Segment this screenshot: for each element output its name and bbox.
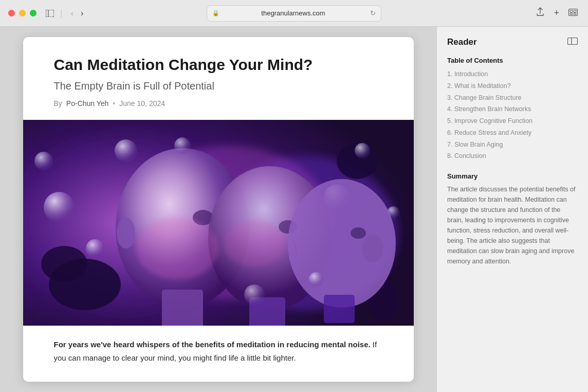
reload-button[interactable]: ↻	[370, 9, 376, 17]
svg-rect-5	[570, 13, 573, 14]
toc-item-4[interactable]: 4. Strengthen Brain Networks	[447, 103, 578, 115]
byline-prefix: By	[54, 99, 62, 108]
article-byline: By Po-Chun Yeh • June 10, 2024	[54, 99, 383, 108]
new-tab-button[interactable]: +	[552, 6, 561, 21]
article-card: Can Meditation Change Your Mind? The Emp…	[23, 37, 414, 382]
toc-item-8[interactable]: 8. Conclusion	[447, 150, 578, 162]
svg-point-18	[86, 239, 104, 258]
svg-point-36	[136, 218, 218, 279]
toolbar-buttons: |	[43, 8, 64, 19]
article-body: For years we've heard whispers of the be…	[23, 326, 414, 377]
svg-rect-23	[162, 290, 203, 326]
toc-list: 1. Introduction 2. What is Meditation? 3…	[447, 68, 578, 162]
titlebar: | ‹ › 🔒 thegranularnews.com ↻ +	[0, 0, 588, 27]
toc-item-3[interactable]: 3. Change Brain Structure	[447, 92, 578, 104]
svg-point-17	[115, 139, 137, 162]
main-area: Can Meditation Change Your Mind? The Emp…	[0, 27, 588, 392]
svg-point-25	[117, 218, 135, 248]
article-title: Can Meditation Change Your Mind?	[54, 56, 383, 74]
reader-layout-button[interactable]	[567, 38, 578, 47]
byline-dot: •	[113, 99, 115, 108]
minimize-button[interactable]	[19, 10, 26, 16]
svg-rect-0	[46, 10, 54, 17]
reader-panel: Reader Table of Contents 1. Introduction…	[436, 27, 588, 392]
svg-rect-3	[570, 10, 573, 12]
reader-panel-title: Reader	[447, 37, 477, 47]
svg-rect-6	[574, 13, 576, 14]
maximize-button[interactable]	[30, 10, 36, 16]
svg-point-37	[224, 220, 285, 266]
toc-item-1[interactable]: 1. Introduction	[447, 68, 578, 80]
summary-heading: Summary	[447, 172, 578, 180]
svg-point-32	[174, 137, 191, 154]
share-button[interactable]	[534, 5, 546, 21]
url-text: thegranularnews.com	[223, 9, 364, 17]
article-header: Can Meditation Change Your Mind? The Emp…	[23, 37, 414, 120]
toc-item-5[interactable]: 5. Improve Cognitive Function	[447, 115, 578, 127]
svg-point-34	[309, 272, 323, 287]
traffic-lights	[8, 10, 36, 16]
svg-point-12	[41, 246, 87, 282]
lock-icon: 🔒	[212, 10, 219, 16]
nav-buttons: ‹ ›	[68, 7, 87, 20]
right-toolbar: +	[534, 5, 580, 21]
tab-overview-button[interactable]	[566, 6, 580, 21]
publish-date: June 10, 2024	[119, 99, 165, 108]
sidebar-toggle-button[interactable]	[43, 8, 57, 19]
toc-heading: Table of Contents	[447, 57, 578, 64]
summary-text: The article discusses the potential bene…	[447, 184, 578, 266]
toc-item-2[interactable]: 2. What is Meditation?	[447, 80, 578, 92]
address-bar-container: 🔒 thegranularnews.com ↻	[207, 5, 381, 22]
address-bar[interactable]: 🔒 thegranularnews.com ↻	[207, 5, 381, 22]
close-button[interactable]	[8, 10, 15, 16]
forward-button[interactable]: ›	[78, 7, 86, 20]
author-name: Po-Chun Yeh	[66, 99, 109, 108]
svg-point-33	[244, 284, 265, 305]
article-subtitle: The Empty Brain is Full of Potential	[54, 80, 383, 92]
svg-point-16	[44, 192, 75, 223]
svg-point-20	[355, 143, 370, 158]
svg-rect-38	[568, 38, 578, 45]
article-body-text: For years we've heard whispers of the be…	[54, 338, 383, 364]
reader-header: Reader	[447, 37, 578, 47]
svg-rect-30	[324, 295, 355, 323]
article-image	[23, 120, 414, 326]
svg-point-35	[34, 152, 53, 170]
svg-rect-4	[574, 10, 576, 12]
article-area: Can Meditation Change Your Mind? The Emp…	[0, 27, 436, 392]
svg-point-31	[351, 227, 366, 239]
back-button[interactable]: ‹	[68, 7, 77, 20]
svg-point-29	[288, 179, 396, 308]
toc-item-7[interactable]: 7. Slow Brain Aging	[447, 139, 578, 151]
toc-item-6[interactable]: 6. Reduce Stress and Anxiety	[447, 127, 578, 139]
